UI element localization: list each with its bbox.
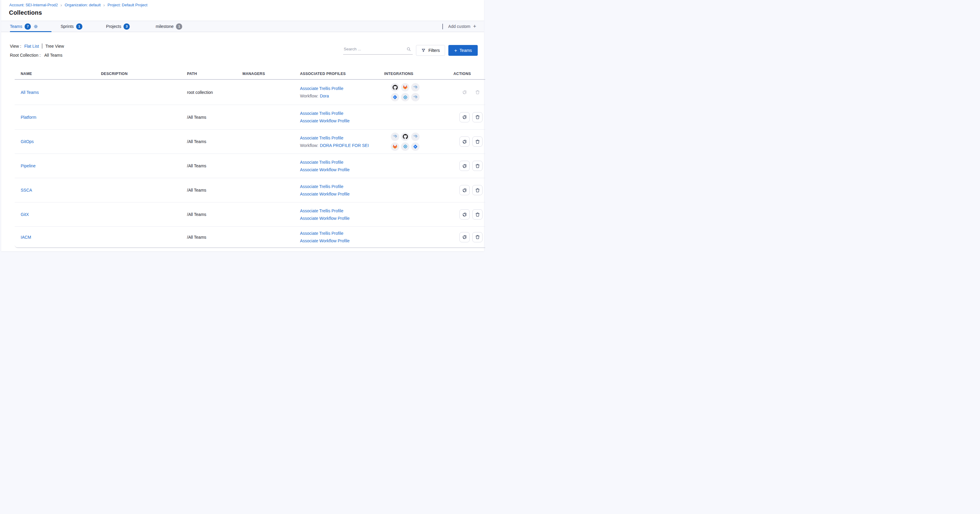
tab-teams[interactable]: Teams 7 xyxy=(10,23,38,30)
flat-list-toggle[interactable]: Flat List xyxy=(24,44,39,49)
delete-button[interactable] xyxy=(473,232,482,242)
associate-trellis-profile-link[interactable]: Associate Trellis Profile xyxy=(300,111,384,116)
collection-name-link[interactable]: GitX xyxy=(21,212,29,217)
name-cell: GitX xyxy=(15,212,101,217)
collection-name-link[interactable]: Pipeline xyxy=(21,163,36,168)
view-divider xyxy=(42,43,43,49)
table-row: All Teamsroot collectionAssociate Trelli… xyxy=(15,80,485,105)
associate-trellis-profile-link[interactable]: Associate Trellis Profile xyxy=(300,184,384,189)
breadcrumb-organization-link[interactable]: Organization: default xyxy=(65,3,101,7)
github-icon xyxy=(391,83,399,91)
associate-workflow-profile-link[interactable]: Associate Workflow Profile xyxy=(300,238,384,243)
tab-teams-label: Teams xyxy=(10,24,22,29)
filters-button[interactable]: Filters xyxy=(416,45,445,56)
integration-icon-row xyxy=(391,142,453,151)
associate-workflow-profile-link[interactable]: Associate Workflow Profile xyxy=(300,216,384,221)
checker-icon xyxy=(401,142,409,151)
copy-button[interactable] xyxy=(460,112,469,122)
path-cell: /All Teams xyxy=(187,115,242,120)
name-cell: SSCA xyxy=(15,188,101,193)
tab-projects-label: Projects xyxy=(106,24,121,29)
associated-profiles-cell: Associate Trellis ProfileAssociate Workf… xyxy=(300,184,384,196)
copy-button[interactable] xyxy=(460,161,469,171)
breadcrumb-account-link[interactable]: Account: SEI-Internal-Prod2 xyxy=(9,3,58,7)
workflow-label: Workflow: xyxy=(300,94,318,98)
workflow-profile-link[interactable]: Dora xyxy=(320,94,329,98)
copy-button xyxy=(460,87,469,97)
search-input[interactable] xyxy=(343,47,406,53)
path-cell: /All Teams xyxy=(187,212,242,217)
funnel-icon xyxy=(421,48,426,53)
view-switcher: View : Flat List Tree View xyxy=(10,43,64,49)
path-cell: root collection xyxy=(187,90,242,95)
delete-button[interactable] xyxy=(473,209,482,220)
table-row: IACM/All TeamsAssociate Trellis ProfileA… xyxy=(15,227,485,247)
associate-workflow-profile-link[interactable]: Associate Workflow Profile xyxy=(300,167,384,172)
delete-button[interactable] xyxy=(473,136,482,147)
breadcrumb-project-link[interactable]: Project: Default Project xyxy=(108,3,148,7)
tab-milestone-label: milestone xyxy=(156,24,173,29)
delete-button[interactable] xyxy=(473,185,482,195)
associate-trellis-profile-link[interactable]: Associate Trellis Profile xyxy=(300,86,384,91)
associate-workflow-profile-link[interactable]: Associate Workflow Profile xyxy=(300,118,384,123)
path-value: root collection xyxy=(187,90,213,95)
integrations-cell xyxy=(384,132,453,151)
collection-name-link[interactable]: GitOps xyxy=(21,139,34,144)
associate-workflow-profile-link[interactable]: Associate Workflow Profile xyxy=(300,192,384,196)
swoosh-icon xyxy=(391,132,399,141)
integration-icon-row xyxy=(391,83,453,91)
add-teams-button[interactable]: + Teams xyxy=(449,45,478,56)
associate-trellis-profile-link[interactable]: Associate Trellis Profile xyxy=(300,231,384,236)
associate-trellis-profile-link[interactable]: Associate Trellis Profile xyxy=(300,208,384,213)
path-cell: /All Teams xyxy=(187,163,242,168)
gitlab-icon xyxy=(391,142,399,151)
filters-label: Filters xyxy=(428,48,440,53)
copy-button[interactable] xyxy=(460,232,469,242)
collection-name-link[interactable]: SSCA xyxy=(21,188,32,193)
associate-trellis-profile-link[interactable]: Associate Trellis Profile xyxy=(300,136,384,140)
delete-button[interactable] xyxy=(473,112,482,122)
table-row: GitOps/All TeamsAssociate Trellis Profil… xyxy=(15,129,485,154)
workflow-line: Workflow:Dora xyxy=(300,94,384,98)
swoosh-icon xyxy=(411,93,420,101)
associated-profiles-cell: Associate Trellis ProfileWorkflow:DORA P… xyxy=(300,136,384,148)
gitlab-icon xyxy=(401,83,409,91)
root-collection-value: All Teams xyxy=(45,53,62,57)
collection-name-link[interactable]: IACM xyxy=(21,235,31,239)
name-cell: IACM xyxy=(15,235,101,239)
active-tab-underline xyxy=(10,31,51,32)
actions-cell xyxy=(453,185,485,195)
path-cell: /All Teams xyxy=(187,235,242,239)
tab-teams-count-badge: 7 xyxy=(25,23,31,30)
table-row: SSCA/All TeamsAssociate Trellis ProfileA… xyxy=(15,178,485,203)
plus-icon: + xyxy=(473,24,476,29)
add-teams-label: Teams xyxy=(460,48,472,53)
path-cell: /All Teams xyxy=(187,139,242,144)
delete-button[interactable] xyxy=(473,161,482,171)
copy-button[interactable] xyxy=(460,185,469,195)
tab-projects-count-badge: 3 xyxy=(124,23,130,30)
path-value: /All Teams xyxy=(187,115,206,120)
name-cell: All Teams xyxy=(15,90,101,95)
tab-milestone[interactable]: milestone 1 xyxy=(156,23,182,30)
path-value: /All Teams xyxy=(187,235,206,239)
tab-sprints[interactable]: Sprints 1 xyxy=(60,23,83,30)
breadcrumb-chevron-icon: › xyxy=(60,3,62,7)
tab-bar: Teams 7 Sprints 1 Projects 3 milestone 1 xyxy=(1,21,484,32)
path-cell: /All Teams xyxy=(187,188,242,193)
tree-view-toggle[interactable]: Tree View xyxy=(45,44,64,49)
collection-name-link[interactable]: Platform xyxy=(21,115,36,120)
gear-icon[interactable] xyxy=(33,24,38,29)
copy-button[interactable] xyxy=(460,136,469,147)
tab-projects[interactable]: Projects 3 xyxy=(106,23,130,30)
collection-name-link[interactable]: All Teams xyxy=(21,90,39,95)
associate-trellis-profile-link[interactable]: Associate Trellis Profile xyxy=(300,160,384,164)
tabbar-divider xyxy=(442,24,443,29)
breadcrumb-chevron-icon: › xyxy=(103,3,105,7)
tab-sprints-count-badge: 1 xyxy=(76,23,83,30)
add-custom-label: Add custom xyxy=(449,24,471,29)
add-custom-button[interactable]: Add custom + xyxy=(449,24,476,29)
copy-button[interactable] xyxy=(460,209,469,220)
workflow-profile-link[interactable]: DORA PROFILE FOR SEI xyxy=(320,143,369,148)
table-row: Pipeline/All TeamsAssociate Trellis Prof… xyxy=(15,154,485,178)
